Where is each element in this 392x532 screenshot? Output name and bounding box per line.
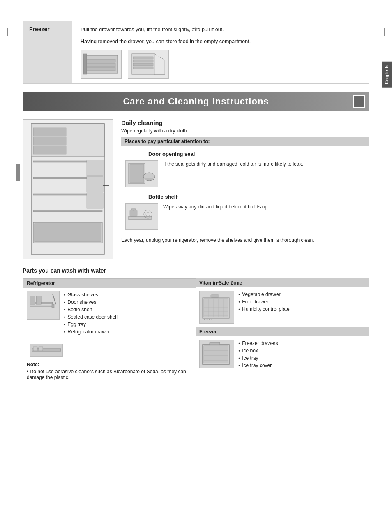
freezer-parts-header: Freezer [196,327,369,336]
svg-rect-3 [87,67,115,71]
freezer-instructions: Pull the drawer towards you, lift the fr… [72,21,369,83]
svg-rect-39 [30,305,53,307]
ref-item-2: Door shelves [64,298,118,306]
svg-rect-24 [33,137,66,145]
center-mark-top [192,25,200,33]
svg-rect-45 [33,347,37,351]
parts-washable-title: Parts you can wash with water [23,267,369,274]
freezer-open-image [128,50,169,79]
freezer-parts-body: Freezer drawers Ice box Ice tray Ice tra… [196,336,369,372]
svg-rect-7 [133,60,153,62]
svg-rect-2 [87,63,115,67]
left-accent-bar [16,164,20,181]
svg-rect-9 [133,67,153,69]
svg-rect-6 [133,57,153,59]
daily-cleaning-title: Daily cleaning [121,119,369,126]
svg-rect-58 [211,295,219,297]
note-section: Note: • Do not use abrasive cleaners suc… [23,359,196,384]
language-tab: English [382,62,392,88]
refrigerator-list: Glass shelves Door shelves Bottle shelf … [64,291,118,335]
svg-rect-4 [83,54,87,74]
ref-item-5: Egg tray [64,321,118,328]
vitamin-safe-body: 1 2 3 4 5 Vegetable drawer Fruit drawer … [196,287,369,327]
freezer-parts-list: Freezer drawers Ice box Ice tray Ice tra… [238,340,278,369]
care-header-icon [353,95,365,108]
places-attention-bar: Places to pay particular attention to: [121,137,369,146]
svg-rect-20 [87,193,103,208]
care-cleaning-title: Care and Cleaning instructions [23,96,369,107]
main-content: Freezer Pull the drawer towards you, lif… [23,21,369,384]
bottle-shelf-svg [127,204,157,229]
bottle-shelf-label-text: Bottle shelf [148,194,178,200]
svg-rect-43 [52,304,54,308]
parts-grid: Refrigerator [23,278,369,384]
svg-rect-18 [87,160,103,176]
vitamin-safe-cell: Vitamin-Safe Zone [196,278,369,327]
svg-rect-8 [133,63,153,66]
page-wrapper: English Freezer Pull the drawer towards … [0,21,392,532]
yearly-note: Each year, unplug your refrigerator, rem… [121,236,369,244]
svg-rect-29 [130,164,144,183]
vitamin-safe-image: 1 2 3 4 5 [199,291,234,324]
right-column: Vitamin-Safe Zone [196,278,369,384]
refrigerator-parts-image [27,291,60,320]
corner-mark-tl [7,28,16,36]
refrigerator-header: Refrigerator [23,279,196,288]
vsz-item-2: Fruit drawer [238,298,290,305]
bottle-shelf-text: Wipe away any dirt and liquid before it … [163,203,269,210]
freezer-parts-image [199,340,234,368]
door-seal-text: If the seal gets dirty and damaged, cold… [163,160,303,168]
fridge-diagram-svg [23,120,113,259]
svg-rect-17 [33,210,102,212]
shelf-image-wrapper [23,339,196,359]
door-seal-detail: If the seal gets dirty and damaged, cold… [125,160,369,187]
note-text: • Do not use abrasive cleaners such as B… [27,369,192,380]
ref-item-3: Bottle shelf [64,306,118,313]
freezer-item-1: Freezer drawers [238,340,278,347]
note-text-content: Do not use abrasive cleaners such as Bic… [27,369,186,380]
door-seal-item: Door opening seal [121,151,369,187]
ref-item-6: Refrigerator drawer [64,328,118,335]
freezer-parts-cell: Freezer [196,327,369,384]
freezer-label-text: Freezer [29,26,50,32]
svg-point-35 [131,208,136,210]
svg-rect-40 [30,296,35,304]
svg-point-37 [146,212,150,216]
svg-rect-25 [33,146,66,154]
ref-parts-svg [28,292,59,319]
freezer-drawer-image [81,50,122,79]
freezer-item-3: Ice tray [238,354,278,362]
bottle-shelf-label: Bottle shelf [121,194,369,200]
shelf-svg [31,345,62,356]
bottle-shelf-image [125,203,158,230]
vsz-svg: 1 2 3 4 5 [201,291,233,322]
freezer-instruction-1: Pull the drawer towards you, lift the fr… [81,26,361,34]
svg-rect-64 [210,342,220,345]
svg-rect-23 [33,128,66,136]
svg-rect-46 [39,347,43,351]
ref-item-4: Sealed case door shelf [64,313,118,321]
svg-rect-48 [204,299,228,317]
care-cleaning-header: Care and Cleaning instructions [23,92,369,111]
svg-text:1 2 3 4 5: 1 2 3 4 5 [204,318,212,321]
freezer-label: Freezer [23,21,72,83]
svg-rect-34 [130,210,137,216]
svg-line-42 [53,294,56,304]
language-tab-label: English [384,65,389,84]
freezer-item-4: Ice tray cover [238,362,278,369]
vsz-item-3: Humidity control plate [238,305,290,313]
vsz-item-1: Vegetable drawer [238,291,290,298]
refrigerator-cell: Refrigerator [23,278,196,384]
freezer-images [81,50,361,79]
vitamin-safe-list: Vegetable drawer Fruit drawer Humidity c… [238,291,290,324]
svg-rect-41 [36,296,41,304]
svg-rect-1 [87,59,115,62]
daily-cleaning-subtitle: Wipe regularly with a dry cloth. [121,128,369,134]
door-seal-image [125,160,158,187]
bottle-shelf-detail: Wipe away any dirt and liquid before it … [125,203,369,230]
refrigerator-body: Glass shelves Door shelves Bottle shelf … [23,288,196,339]
vitamin-safe-header: Vitamin-Safe Zone [196,278,369,287]
svg-rect-33 [129,216,151,220]
bottle-shelf-item: Bottle shelf [121,194,369,230]
freezer-open-svg [130,52,167,76]
